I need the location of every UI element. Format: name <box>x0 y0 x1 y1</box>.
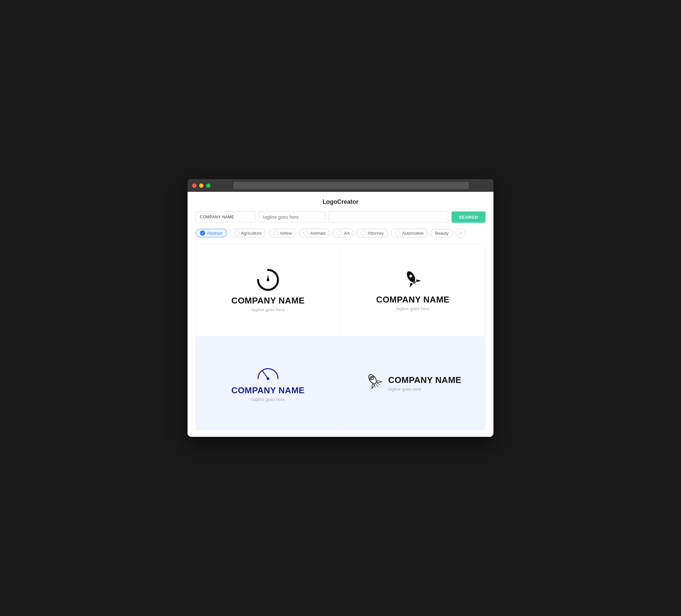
app-window: LogoCreator SEARCH Abstract Agriculture … <box>187 179 494 437</box>
inline-logo-container: COMPANY NAME tagline goes here <box>364 371 461 395</box>
check-icon <box>303 230 309 236</box>
logo-card-2[interactable]: COMPANY NAME tagline goes here <box>340 244 485 337</box>
rocket-small-icon <box>364 371 384 391</box>
check-icon <box>395 230 400 236</box>
filter-airline[interactable]: Airline <box>269 229 296 237</box>
inline-logo-text: COMPANY NAME tagline goes here <box>388 375 461 392</box>
filter-label: Attorney <box>368 231 384 236</box>
svg-point-0 <box>267 279 269 281</box>
search-button[interactable]: SEARCH <box>452 211 485 223</box>
rocket-icon <box>402 269 424 290</box>
tagline-input[interactable] <box>259 211 325 223</box>
filter-abstract[interactable]: Abstract <box>196 229 227 237</box>
search-bar: SEARCH <box>196 211 485 223</box>
filter-agriculture[interactable]: Agriculture <box>230 229 266 237</box>
filter-label: Agriculture <box>241 231 262 236</box>
maximize-button[interactable] <box>206 183 210 188</box>
gauge-icon <box>256 365 280 381</box>
extra-search-input[interactable] <box>329 211 448 223</box>
filter-label: Art <box>344 231 350 236</box>
logo-tagline-4: tagline goes here <box>388 387 461 392</box>
app-title: LogoCreator <box>196 199 485 205</box>
filter-next-button[interactable]: → <box>456 228 465 238</box>
filter-label: Beauty <box>435 231 448 236</box>
filter-art[interactable]: Art <box>332 229 354 237</box>
filter-beauty[interactable]: Beauty <box>431 229 453 237</box>
filter-label: Animals <box>310 231 326 236</box>
logo-company-name-3: COMPANY NAME <box>231 385 305 395</box>
filter-animals[interactable]: Animals <box>299 229 330 237</box>
app-content: LogoCreator SEARCH Abstract Agriculture … <box>187 192 494 437</box>
titlebar <box>187 179 494 192</box>
svg-point-5 <box>267 377 269 380</box>
filter-attorney[interactable]: Attorney <box>356 229 388 237</box>
logo-card-3[interactable]: COMPANY NAME tagline goes here <box>196 337 340 430</box>
logo-tagline-3: tagline goes here <box>251 397 285 402</box>
logo-card-4[interactable]: COMPANY NAME tagline goes here <box>340 337 485 430</box>
logo-grid: COMPANY NAME tagline goes here <box>196 243 485 430</box>
svg-line-4 <box>262 371 268 379</box>
company-name-input[interactable] <box>196 211 255 223</box>
check-icon <box>361 230 366 236</box>
filter-label: Abstract <box>207 231 223 236</box>
filter-automotive[interactable]: Automotive <box>391 229 428 237</box>
filter-label: Automotive <box>402 231 424 236</box>
check-icon <box>337 230 342 236</box>
check-icon <box>234 230 239 236</box>
logo-tagline-2: tagline goes here <box>396 306 430 311</box>
logo-tagline-1: tagline goes here <box>251 307 285 312</box>
check-icon <box>273 230 278 236</box>
close-button[interactable] <box>192 183 197 188</box>
logo-company-name-4: COMPANY NAME <box>388 375 461 385</box>
spinner-icon <box>256 268 280 291</box>
svg-line-9 <box>376 384 378 387</box>
url-bar[interactable] <box>233 182 469 189</box>
logo-card-1[interactable]: COMPANY NAME tagline goes here <box>196 244 340 337</box>
check-icon <box>200 230 205 236</box>
logo-company-name-1: COMPANY NAME <box>231 296 305 306</box>
minimize-button[interactable] <box>199 183 203 188</box>
filter-label: Airline <box>280 231 292 236</box>
logo-company-name-2: COMPANY NAME <box>376 294 449 305</box>
filter-bar: Abstract Agriculture Airline Animals Art… <box>196 228 485 238</box>
